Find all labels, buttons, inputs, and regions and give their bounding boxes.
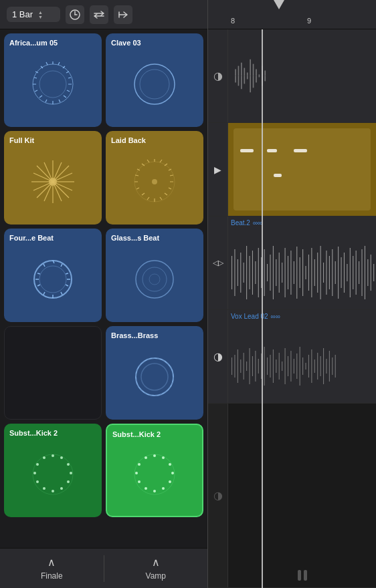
track-3-control-icon: ◁▷ (213, 259, 223, 267)
svg-point-28 (39, 266, 66, 293)
track-content-5[interactable] (228, 404, 376, 587)
svg-point-55 (145, 487, 147, 490)
cell-clave[interactable]: Clave 03 (106, 33, 203, 127)
track-control-2[interactable]: ▶ (208, 123, 228, 216)
loop-icon-3: ∞∞ (253, 219, 262, 227)
clock-icon (69, 9, 81, 21)
right-panel: 8 9 ◑ (207, 0, 376, 588)
vamp-label: Vamp (146, 571, 166, 581)
svg-point-6 (134, 64, 175, 104)
bar-selector[interactable]: 1 Bar ▲ ▼ (7, 7, 60, 22)
svg-point-56 (138, 480, 140, 483)
finale-label: Finale (41, 571, 63, 581)
track-content-1[interactable] (228, 29, 376, 122)
track-label-4: Vox Lead 02 ∞∞ (231, 313, 280, 320)
timeline-ruler[interactable]: 8 9 (228, 0, 376, 29)
send-icon[interactable] (114, 5, 132, 24)
svg-point-4 (33, 64, 73, 104)
loop-icon-4: ∞∞ (271, 313, 280, 320)
cell-visual-5 (111, 242, 198, 317)
timeline-header: 8 9 (208, 0, 376, 29)
vox-label: Vox Lead 02 (231, 313, 268, 320)
beat2-label: Beat.2 (231, 219, 250, 227)
bottom-nav-finale[interactable]: ∧ Finale (0, 556, 104, 581)
track-control-5[interactable]: ◑ (208, 404, 228, 587)
track-content-2[interactable] (228, 123, 376, 216)
cell-label-8: Subst...Kick 2 (9, 429, 96, 437)
cell-label-5: Glass...s Beat (111, 234, 198, 242)
cell-full-kit[interactable]: Full Kit (4, 131, 102, 225)
svg-point-49 (162, 456, 165, 459)
swap-icon[interactable] (90, 5, 108, 24)
timeline-control-header (208, 0, 228, 29)
svg-point-33 (141, 363, 168, 390)
bottom-nav-vamp[interactable]: ∧ Vamp (104, 556, 208, 581)
cell-subst-kick-1[interactable]: Subst...Kick 2 (4, 424, 102, 517)
cell-label-3: Laid Back (111, 136, 198, 144)
svg-point-36 (60, 456, 63, 459)
svg-point-39 (67, 480, 70, 483)
midi-note-3 (294, 149, 307, 152)
svg-point-7 (140, 69, 169, 99)
send-right-icon (117, 9, 129, 21)
pause-icon-area (298, 570, 307, 581)
svg-point-38 (70, 472, 72, 474)
track-4-control-icon: ◑ (213, 350, 223, 363)
loop-grid: Africa...um 05 Clave 03 (0, 29, 207, 548)
midi-note-2 (267, 149, 277, 152)
bar-arrows: ▲ ▼ (38, 10, 43, 19)
cell-four-beat[interactable]: Four...e Beat (4, 229, 102, 322)
playhead-triangle (274, 0, 284, 9)
finale-chevron-icon: ∧ (48, 556, 56, 569)
waveform-1 (228, 29, 376, 122)
svg-point-29 (136, 261, 173, 298)
track-lane-3: ◁▷ Beat.2 ∞∞ (208, 216, 376, 310)
pause-bar-2 (304, 570, 307, 581)
cell-empty-3[interactable] (4, 326, 102, 420)
svg-point-42 (43, 487, 45, 490)
cell-label-1: Clave 03 (111, 39, 198, 47)
cell-visual-7 (111, 339, 198, 414)
svg-point-46 (43, 456, 45, 459)
cell-visual-2 (9, 144, 96, 219)
cell-africa-drum[interactable]: Africa...um 05 (4, 33, 102, 127)
track-control-3[interactable]: ◁▷ (208, 216, 228, 309)
midi-block (233, 128, 371, 210)
svg-point-30 (143, 267, 167, 291)
track-lane-4: ◑ Vox Lead 02 ∞∞ (208, 310, 376, 404)
tempo-icon[interactable] (66, 5, 84, 24)
track-lane-5: ◑ (208, 404, 376, 588)
ruler-mark-8: 8 (231, 17, 235, 25)
cell-glass-beat[interactable]: Glass...s Beat (106, 229, 203, 322)
track-control-4[interactable]: ◑ (208, 310, 228, 403)
svg-point-52 (169, 480, 171, 483)
svg-point-59 (145, 456, 147, 459)
bar-label: 1 Bar (12, 9, 33, 19)
svg-point-43 (36, 480, 39, 483)
track-lane-1: ◑ (208, 29, 376, 123)
pause-bar-1 (298, 570, 301, 581)
track-control-1[interactable]: ◑ (208, 29, 228, 122)
svg-point-54 (153, 490, 156, 492)
cell-laid-back[interactable]: Laid Back (106, 131, 203, 225)
svg-point-44 (33, 472, 36, 474)
cell-label-2: Full Kit (9, 136, 96, 144)
svg-point-58 (138, 463, 140, 466)
track-content-4[interactable]: Vox Lead 02 ∞∞ (228, 310, 376, 403)
track-content-3[interactable]: Beat.2 ∞∞ (228, 216, 376, 309)
svg-point-26 (152, 179, 157, 184)
svg-point-40 (60, 487, 63, 490)
cell-subst-kick-2[interactable]: Subst...Kick 2 (106, 424, 203, 517)
waveform-4 (228, 329, 376, 403)
ruler-mark-9: 9 (307, 17, 311, 25)
svg-point-35 (52, 454, 54, 457)
svg-point-57 (135, 472, 138, 474)
svg-point-53 (162, 487, 165, 490)
bottom-nav: ∧ Finale ∧ Vamp (0, 548, 207, 588)
midi-note-1 (240, 149, 254, 152)
svg-point-45 (36, 463, 39, 466)
cell-label-0: Africa...um 05 (9, 39, 96, 47)
cell-brass[interactable]: Brass...Brass (106, 326, 203, 420)
svg-point-34 (33, 454, 73, 494)
track-2-play-icon: ▶ (214, 164, 221, 175)
